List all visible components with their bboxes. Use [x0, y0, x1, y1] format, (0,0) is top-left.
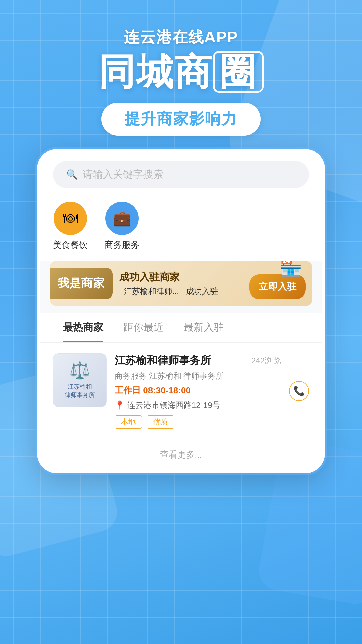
business-views: 242浏览 [251, 355, 281, 366]
food-icon: 🍽 [63, 210, 78, 227]
address-text: 连云港市镇海西路12-19号 [127, 400, 220, 411]
phone-mockup: 🔍 请输入关键字搜索 🍽 美食餐饮 💼 商务服务 [37, 149, 325, 473]
category-business-label: 商务服务 [105, 239, 139, 251]
tag-quality: 优质 [147, 415, 174, 429]
business-address: 📍 连云港市镇海西路12-19号 [115, 400, 281, 411]
merchant-name: 江苏榆和律师... [124, 287, 179, 296]
business-desc: 商务服务 江苏榆和 律师事务所 [115, 371, 281, 381]
business-icon: 💼 [113, 210, 131, 227]
merchant-info: 成功入驻商家 江苏榆和律师... 成功入驻 [113, 270, 249, 297]
business-logo-text: 江苏榆和律师事务所 [65, 383, 95, 399]
categories-section: 🍽 美食餐饮 💼 商务服务 [40, 195, 322, 261]
merchant-banner: 我是商家 成功入驻商家 江苏榆和律师... 成功入驻 🏪 立即入驻 [50, 261, 312, 306]
main-title-part1: 同城商 [98, 51, 213, 92]
business-name-row: 江苏榆和律师事务所 242浏览 [115, 353, 281, 368]
tabs-section: 最热商家 距你最近 最新入驻 [40, 313, 322, 343]
business-details: 江苏榆和律师事务所 242浏览 商务服务 江苏榆和 律师事务所 工作日 08:3… [115, 353, 281, 429]
business-tags: 本地 优质 [115, 415, 281, 429]
business-logo: ⚖️ 江苏榆和律师事务所 [53, 353, 107, 407]
phone-button[interactable]: 📞 [289, 381, 309, 401]
category-food-label: 美食餐饮 [53, 239, 88, 251]
tab-hottest[interactable]: 最热商家 [53, 313, 113, 342]
view-more[interactable]: 查看更多... [40, 439, 322, 471]
category-business[interactable]: 💼 商务服务 [105, 202, 139, 251]
view-more-text: 查看更多... [160, 449, 202, 460]
search-container: 🔍 请输入关键字搜索 [40, 152, 322, 195]
app-subtitle: 连云港在线APP [98, 27, 264, 48]
merchant-title: 成功入驻商家 [119, 270, 243, 284]
business-hours: 工作日 08:30-18:00 [115, 385, 281, 396]
main-title: 同城商圈 [98, 51, 264, 93]
tab-nearest[interactable]: 距你最近 [113, 313, 174, 342]
cta-button[interactable]: 立即入驻 [249, 274, 306, 299]
business-icon-circle: 💼 [105, 202, 139, 235]
location-icon: 📍 [115, 400, 125, 410]
search-icon: 🔍 [66, 169, 78, 180]
main-title-box: 圈 [213, 51, 264, 93]
table-row[interactable]: ⚖️ 江苏榆和律师事务所 江苏榆和律师事务所 242浏览 商务服务 江苏榆和 律… [53, 353, 309, 429]
category-food[interactable]: 🍽 美食餐饮 [53, 202, 88, 251]
tab-newest[interactable]: 最新入驻 [174, 313, 234, 342]
merchant-cta[interactable]: 🏪 立即入驻 [249, 268, 306, 299]
header-badge: 提升商家影响力 [101, 103, 261, 136]
food-icon-circle: 🍽 [54, 202, 87, 235]
merchant-subtitle: 江苏榆和律师... 成功入驻 [119, 286, 243, 297]
business-logo-icon: ⚖️ [69, 361, 90, 380]
search-placeholder: 请输入关键字搜索 [83, 168, 163, 181]
tag-local: 本地 [115, 415, 142, 429]
business-name: 江苏榆和律师事务所 [115, 353, 211, 368]
business-list: ⚖️ 江苏榆和律师事务所 江苏榆和律师事务所 242浏览 商务服务 江苏榆和 律… [40, 343, 322, 439]
search-bar[interactable]: 🔍 请输入关键字搜索 [53, 161, 309, 188]
header-section: 连云港在线APP 同城商圈 提升商家影响力 [98, 0, 264, 149]
merchant-tag: 我是商家 [50, 268, 113, 299]
store-icon: 🏪 [279, 261, 302, 278]
merchant-status: 成功入驻 [186, 287, 218, 296]
